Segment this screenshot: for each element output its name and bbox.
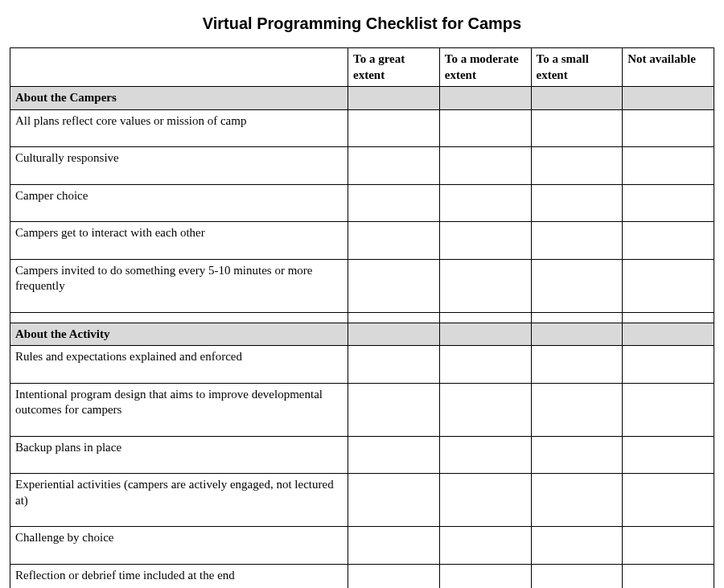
rating-cell[interactable] (348, 383, 440, 436)
checklist-table: To a great extent To a moderate extent T… (10, 47, 714, 588)
item-label: Reflection or debrief time included at t… (10, 564, 348, 588)
header-row: To a great extent To a moderate extent T… (10, 48, 714, 87)
rating-cell[interactable] (348, 474, 440, 527)
header-moderate-extent: To a moderate extent (439, 48, 531, 87)
rating-cell[interactable] (531, 259, 623, 312)
rating-cell[interactable] (439, 383, 531, 436)
rating-cell[interactable] (531, 527, 623, 565)
table-row: Rules and expectations explained and enf… (10, 346, 714, 384)
item-label: Experiential activities (campers are act… (10, 474, 348, 527)
item-label: Culturally responsive (10, 147, 348, 185)
rating-cell[interactable] (623, 346, 714, 384)
header-small-extent: To a small extent (531, 48, 623, 87)
rating-cell[interactable] (348, 109, 440, 147)
rating-cell[interactable] (531, 474, 623, 527)
rating-cell[interactable] (623, 222, 714, 260)
section-activity-label: About the Activity (10, 323, 348, 346)
rating-cell[interactable] (623, 109, 714, 147)
rating-cell[interactable] (439, 474, 531, 527)
item-label: Backup plans in place (10, 436, 348, 474)
table-row: Backup plans in place (10, 436, 714, 474)
table-row: All plans reflect core values or mission… (10, 109, 714, 147)
rating-cell[interactable] (623, 259, 714, 312)
spacer-row (10, 312, 714, 323)
rating-cell[interactable] (348, 346, 440, 384)
rating-cell[interactable] (348, 222, 440, 260)
section-activity-header: About the Activity (10, 323, 714, 346)
rating-cell[interactable] (531, 147, 623, 185)
page-title: Virtual Programming Checklist for Camps (10, 14, 714, 33)
table-row: Camper choice (10, 184, 714, 222)
rating-cell[interactable] (623, 527, 714, 565)
rating-cell[interactable] (623, 564, 714, 588)
section-campers-header: About the Campers (10, 87, 714, 110)
rating-cell[interactable] (439, 259, 531, 312)
item-label: Intentional program design that aims to … (10, 383, 348, 436)
section-campers-label: About the Campers (10, 87, 348, 110)
rating-cell[interactable] (531, 346, 623, 384)
rating-cell[interactable] (439, 564, 531, 588)
rating-cell[interactable] (439, 109, 531, 147)
item-label: Campers get to interact with each other (10, 222, 348, 260)
rating-cell[interactable] (531, 436, 623, 474)
item-label: Campers invited to do something every 5-… (10, 259, 348, 312)
table-row: Intentional program design that aims to … (10, 383, 714, 436)
rating-cell[interactable] (623, 474, 714, 527)
table-row: Campers get to interact with each other (10, 222, 714, 260)
header-blank (10, 48, 348, 87)
header-not-available: Not available (623, 48, 714, 87)
header-great-extent: To a great extent (348, 48, 440, 87)
rating-cell[interactable] (348, 564, 440, 588)
rating-cell[interactable] (348, 436, 440, 474)
rating-cell[interactable] (348, 147, 440, 185)
rating-cell[interactable] (623, 184, 714, 222)
table-row: Experiential activities (campers are act… (10, 474, 714, 527)
rating-cell[interactable] (439, 222, 531, 260)
rating-cell[interactable] (623, 383, 714, 436)
table-row: Challenge by choice (10, 527, 714, 565)
rating-cell[interactable] (531, 184, 623, 222)
rating-cell[interactable] (531, 109, 623, 147)
rating-cell[interactable] (439, 346, 531, 384)
item-label: All plans reflect core values or mission… (10, 109, 348, 147)
table-row: Reflection or debrief time included at t… (10, 564, 714, 588)
item-label: Camper choice (10, 184, 348, 222)
rating-cell[interactable] (439, 184, 531, 222)
item-label: Challenge by choice (10, 527, 348, 565)
rating-cell[interactable] (439, 436, 531, 474)
rating-cell[interactable] (531, 564, 623, 588)
item-label: Rules and expectations explained and enf… (10, 346, 348, 384)
table-row: Campers invited to do something every 5-… (10, 259, 714, 312)
rating-cell[interactable] (348, 259, 440, 312)
rating-cell[interactable] (439, 527, 531, 565)
rating-cell[interactable] (348, 184, 440, 222)
rating-cell[interactable] (623, 147, 714, 185)
rating-cell[interactable] (623, 436, 714, 474)
rating-cell[interactable] (348, 527, 440, 565)
rating-cell[interactable] (531, 222, 623, 260)
rating-cell[interactable] (531, 383, 623, 436)
rating-cell[interactable] (439, 147, 531, 185)
table-row: Culturally responsive (10, 147, 714, 185)
